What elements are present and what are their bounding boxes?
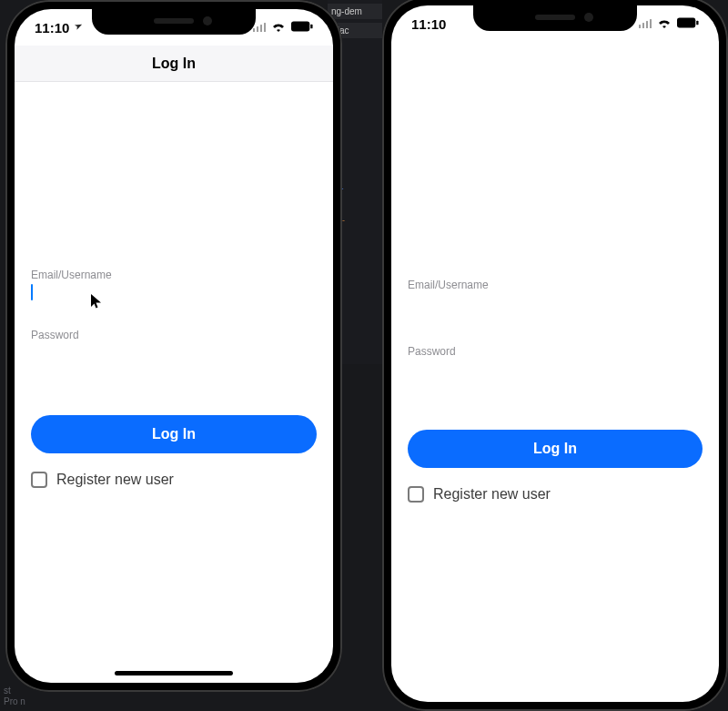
svg-rect-3 <box>696 21 698 25</box>
register-row[interactable]: Register new user <box>31 472 317 488</box>
register-row[interactable]: Register new user <box>408 486 703 503</box>
status-right <box>639 15 700 32</box>
password-label: Password <box>408 345 703 358</box>
location-icon <box>72 21 85 35</box>
battery-icon <box>677 15 699 32</box>
login-form: Email/Username Password Log In Register … <box>391 42 719 702</box>
terminal-fragment: st Pro n <box>4 686 25 707</box>
screen-right: 11:10 Email/Username Password Log In <box>391 5 719 702</box>
wifi-icon <box>271 19 286 36</box>
wifi-icon <box>657 15 672 32</box>
cellular-icon <box>639 19 652 28</box>
phone-left: 11:10 Log In Email/Username <box>5 0 342 692</box>
editor-tab-1: ng-dem <box>328 4 382 19</box>
password-field[interactable] <box>31 343 317 373</box>
battery-icon <box>291 19 313 36</box>
notch <box>92 9 256 35</box>
login-button[interactable]: Log In <box>31 415 317 453</box>
notch <box>473 5 637 31</box>
register-checkbox[interactable] <box>31 472 47 488</box>
email-label: Email/Username <box>408 279 703 291</box>
nav-title: Log In <box>152 56 196 72</box>
home-indicator[interactable] <box>115 671 233 675</box>
email-field[interactable] <box>408 293 703 323</box>
register-label: Register new user <box>433 486 551 503</box>
status-time: 11:10 <box>35 20 82 36</box>
register-label: Register new user <box>56 472 174 488</box>
password-label: Password <box>31 329 317 341</box>
nav-bar: Log In <box>15 46 333 82</box>
svg-rect-0 <box>291 21 309 31</box>
status-right <box>253 19 314 36</box>
status-time: 11:10 <box>411 16 446 32</box>
screen-left: 11:10 Log In Email/Username <box>15 9 333 683</box>
cursor-icon <box>91 294 102 311</box>
login-button[interactable]: Log In <box>408 430 703 468</box>
email-label: Email/Username <box>31 269 317 281</box>
email-field[interactable] <box>31 283 317 307</box>
phone-right: 11:10 Email/Username Password Log In <box>382 0 728 711</box>
register-checkbox[interactable] <box>408 486 424 503</box>
svg-rect-2 <box>677 17 695 27</box>
login-form: Email/Username Password Log In Register … <box>15 82 333 683</box>
svg-rect-1 <box>310 25 312 29</box>
password-field[interactable] <box>408 360 703 390</box>
